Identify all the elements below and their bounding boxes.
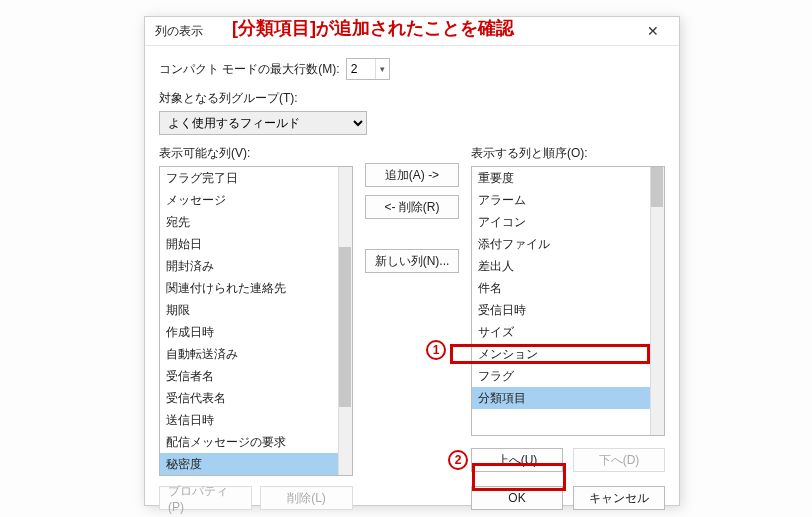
list-item[interactable]: 宛先	[160, 211, 352, 233]
move-down-button[interactable]: 下へ(D)	[573, 448, 665, 472]
list-item[interactable]: 配信メッセージの要求	[160, 431, 352, 453]
delete-button[interactable]: 削除(L)	[260, 486, 353, 510]
list-item[interactable]: 受信者名	[160, 365, 352, 387]
titlebar: 列の表示 ✕	[145, 17, 679, 46]
list-item[interactable]: サイズ	[472, 321, 664, 343]
list-item[interactable]: 分類項目	[472, 387, 664, 409]
shown-label: 表示する列と順序(O):	[471, 145, 665, 162]
group-select[interactable]: よく使用するフィールド	[159, 111, 367, 135]
list-item[interactable]: 受信日時	[472, 299, 664, 321]
compact-spinner[interactable]: ▾	[346, 58, 390, 80]
group-row: 対象となる列グループ(T): よく使用するフィールド	[159, 90, 665, 135]
list-item[interactable]: フラグ	[472, 365, 664, 387]
list-item[interactable]: アラーム	[472, 189, 664, 211]
list-item[interactable]: 重要度	[472, 167, 664, 189]
dialog-title: 列の表示	[155, 23, 635, 40]
columns-dialog: 列の表示 ✕ コンパクト モードの最大行数(M): ▾ 対象となる列グループ(T…	[144, 16, 680, 506]
chevron-down-icon[interactable]: ▾	[375, 59, 389, 79]
list-item[interactable]: 秘密度	[160, 453, 352, 475]
list-item[interactable]: アイコン	[472, 211, 664, 233]
move-up-button[interactable]: 上へ(U)	[471, 448, 563, 472]
close-icon: ✕	[647, 23, 659, 39]
group-label: 対象となる列グループ(T):	[159, 90, 665, 107]
list-item[interactable]: 送信日時	[160, 409, 352, 431]
new-column-button[interactable]: 新しい列(N)...	[365, 249, 459, 273]
list-item[interactable]: 添付ファイル	[472, 233, 664, 255]
ok-button[interactable]: OK	[471, 486, 563, 510]
list-item[interactable]: 開封済み	[160, 255, 352, 277]
scrollbar-thumb-right[interactable]	[651, 167, 663, 207]
compact-row: コンパクト モードの最大行数(M): ▾	[159, 58, 665, 80]
scrollbar-track[interactable]	[338, 167, 352, 475]
available-label: 表示可能な列(V):	[159, 145, 353, 162]
compact-label: コンパクト モードの最大行数(M):	[159, 61, 340, 78]
list-item[interactable]: 作成日時	[160, 321, 352, 343]
list-item[interactable]: 差出人	[472, 255, 664, 277]
available-listbox[interactable]: フラグ完了日メッセージ宛先開始日開封済み関連付けられた連絡先期限作成日時自動転送…	[159, 166, 353, 476]
scrollbar-thumb[interactable]	[339, 247, 351, 407]
list-item[interactable]: 関連付けられた連絡先	[160, 277, 352, 299]
shown-listbox[interactable]: 重要度アラームアイコン添付ファイル差出人件名受信日時サイズメンションフラグ分類項…	[471, 166, 665, 436]
add-button[interactable]: 追加(A) ->	[365, 163, 459, 187]
list-item[interactable]: フラグ完了日	[160, 167, 352, 189]
list-item[interactable]: 受信代表名	[160, 387, 352, 409]
scrollbar-track-right[interactable]	[650, 167, 664, 435]
list-item[interactable]: 自動転送済み	[160, 343, 352, 365]
compact-input[interactable]	[347, 62, 375, 76]
close-button[interactable]: ✕	[635, 17, 671, 45]
properties-button[interactable]: プロパティ(P)	[159, 486, 252, 510]
list-item[interactable]: メッセージ	[160, 189, 352, 211]
cancel-button[interactable]: キャンセル	[573, 486, 665, 510]
list-item[interactable]: 件名	[472, 277, 664, 299]
list-item[interactable]: 期限	[160, 299, 352, 321]
list-item[interactable]: メンション	[472, 343, 664, 365]
remove-button[interactable]: <- 削除(R)	[365, 195, 459, 219]
list-item[interactable]: 開始日	[160, 233, 352, 255]
